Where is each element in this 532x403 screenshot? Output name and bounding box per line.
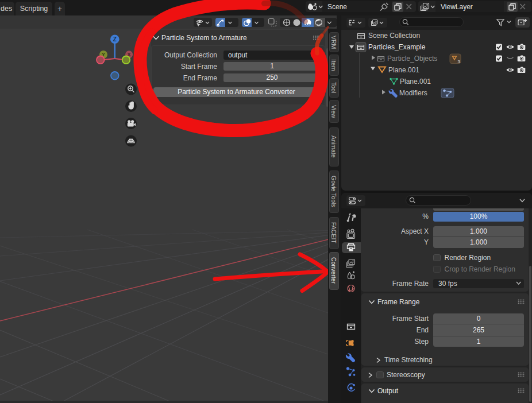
svg-text:3: 3: [458, 59, 461, 64]
